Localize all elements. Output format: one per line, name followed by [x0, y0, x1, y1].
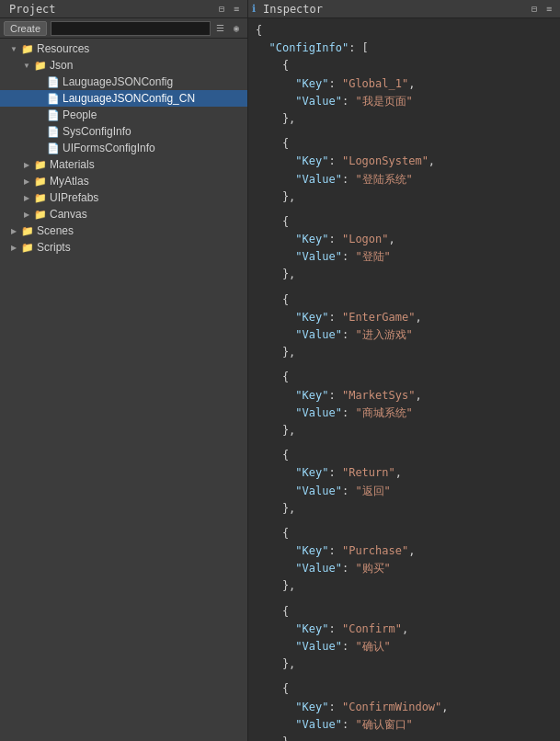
json-line — [256, 673, 553, 680]
label-scenes: Scenes — [37, 224, 74, 237]
arrow-canvas: ▶ — [20, 208, 33, 221]
json-line: }, — [256, 188, 553, 206]
tree-item-resources[interactable]: ▼ 📁 Resources — [0, 40, 247, 57]
json-line: { — [256, 22, 553, 40]
label-materials: Materials — [50, 158, 95, 171]
json-line: "Key": "ConfirmWindow", — [256, 699, 553, 716]
folder-icon-scripts: 📁 — [20, 241, 35, 254]
folder-icon-scenes: 📁 — [20, 224, 35, 237]
json-line: }, — [256, 110, 553, 128]
label-resources: Resources — [37, 42, 89, 55]
label-myatlas: MyAtlas — [50, 175, 89, 188]
json-line: "Value": "我是页面" — [256, 93, 553, 110]
info-icon: ℹ — [252, 3, 256, 15]
arrow-json: ▼ — [20, 59, 33, 72]
tree-item-uiformsconfiginfo[interactable]: 📄 UIFormsConfigInfo — [0, 140, 247, 156]
arrow-scripts: ▶ — [7, 241, 20, 254]
create-button[interactable]: Create — [4, 21, 47, 36]
json-line: }, — [256, 422, 553, 439]
tree-item-materials[interactable]: ▶ 📁 Materials — [0, 156, 247, 173]
folder-icon-canvas: 📁 — [33, 208, 48, 221]
json-line: { — [256, 525, 553, 542]
inspector-panel: { "ConfigInfo": [ { "Key": "Global_1", "… — [248, 18, 560, 741]
project-tab-bar: Project ⊟ ≡ — [0, 0, 248, 17]
json-line: }, — [256, 577, 553, 595]
json-line: "Key": "LogonSystem", — [256, 153, 553, 170]
json-line: "Value": "商城系统" — [256, 405, 553, 422]
tree-item-languagejsonconfig-cn[interactable]: 📄 LauguageJSONConfig_CN — [0, 90, 247, 107]
tree-item-people[interactable]: 📄 People — [0, 107, 247, 123]
json-line: { — [256, 369, 553, 386]
label-canvas: Canvas — [50, 208, 87, 221]
label-languagejsonconfig-cn: LauguageJSONConfig_CN — [63, 92, 195, 105]
label-people: People — [63, 108, 97, 121]
json-line: "Key": "Global_1", — [256, 75, 553, 93]
json-line: }, — [256, 266, 553, 283]
search-filter-icon[interactable]: ☰ — [212, 21, 227, 36]
tree-item-myatlas[interactable]: ▶ 📁 MyAtlas — [0, 173, 247, 189]
json-line: { — [256, 213, 553, 231]
json-line: { — [256, 57, 553, 74]
folder-icon-json: 📁 — [33, 59, 48, 72]
title-bar: Project ⊟ ≡ ℹ Inspector ⊟ ≡ — [0, 0, 560, 18]
json-line: "Value": "返回" — [256, 483, 553, 500]
inspector-minimize-btn[interactable]: ⊟ — [527, 2, 542, 17]
json-line: "Value": "确认" — [256, 638, 553, 656]
inspector-tab-bar: ℹ Inspector ⊟ ≡ — [248, 0, 560, 17]
main-content: Create ☰ ◉ ▼ 📁 Resources — [0, 18, 560, 741]
arrow-resources: ▼ — [7, 42, 20, 55]
json-line: { — [256, 291, 553, 309]
inspector-json-content[interactable]: { "ConfigInfo": [ { "Key": "Global_1", "… — [248, 18, 560, 741]
inspector-tab-label: Inspector — [257, 3, 328, 16]
label-uiprefabs: UIPrefabs — [50, 191, 98, 204]
json-line: "Key": "MarketSys", — [256, 387, 553, 405]
project-panel: Create ☰ ◉ ▼ 📁 Resources — [0, 18, 248, 741]
folder-icon-uiprefabs: 📁 — [33, 191, 48, 204]
tree-item-json[interactable]: ▼ 📁 Json — [0, 57, 247, 74]
json-line — [256, 284, 553, 291]
json-line: "ConfigInfo": [ — [256, 40, 553, 57]
file-icon-people: 📄 — [46, 108, 61, 121]
json-line: }, — [256, 344, 553, 361]
tree-item-sysconfiginfo[interactable]: 📄 SysConfigInfo — [0, 123, 247, 140]
search-icons: ☰ ◉ — [212, 21, 244, 36]
json-line — [256, 439, 553, 447]
file-tree: ▼ 📁 Resources ▼ 📁 Json 📄 LauguageJSONC — [0, 39, 247, 741]
search-input[interactable] — [51, 21, 211, 36]
json-line: { — [256, 680, 553, 698]
folder-icon-resources: 📁 — [20, 42, 35, 55]
json-line: "Value": "登陆系统" — [256, 171, 553, 188]
file-icon-uiformsconfiginfo: 📄 — [46, 142, 61, 154]
project-toolbar: Create ☰ ◉ — [0, 18, 247, 39]
arrow-uiformsconfiginfo — [33, 142, 46, 154]
project-menu-btn[interactable]: ≡ — [229, 2, 244, 17]
arrow-people — [33, 108, 46, 121]
search-toggle-icon[interactable]: ◉ — [229, 21, 244, 36]
json-line: }, — [256, 656, 553, 673]
label-languagejsonconfig: LauguageJSONConfig — [63, 75, 173, 88]
label-sysconfiginfo: SysConfigInfo — [63, 125, 131, 138]
label-json: Json — [50, 59, 73, 72]
folder-icon-myatlas: 📁 — [33, 175, 48, 188]
json-line: "Key": "Logon", — [256, 231, 553, 248]
json-line — [256, 518, 553, 525]
tree-item-scenes[interactable]: ▶ 📁 Scenes — [0, 222, 247, 239]
tree-item-languagejsonconfig[interactable]: 📄 LauguageJSONConfig — [0, 74, 247, 90]
inspector-menu-btn[interactable]: ≡ — [542, 2, 556, 17]
tree-item-scripts[interactable]: ▶ 📁 Scripts — [0, 239, 247, 256]
json-line — [256, 206, 553, 213]
json-line: { — [256, 603, 553, 621]
json-line: "Key": "Confirm", — [256, 621, 553, 638]
arrow-sysconfiginfo — [33, 125, 46, 138]
project-minimize-btn[interactable]: ⊟ — [214, 2, 229, 17]
json-line: }, — [256, 734, 553, 741]
project-tab-label: Project — [4, 3, 62, 16]
json-line: { — [256, 135, 553, 153]
tree-item-canvas[interactable]: ▶ 📁 Canvas — [0, 206, 247, 222]
tree-item-uiprefabs[interactable]: ▶ 📁 UIPrefabs — [0, 189, 247, 206]
json-line: "Value": "购买" — [256, 560, 553, 577]
arrow-myatlas: ▶ — [20, 175, 33, 188]
label-uiformsconfiginfo: UIFormsConfigInfo — [63, 142, 155, 154]
file-icon-languagejsonconfig-cn: 📄 — [46, 92, 61, 105]
arrow-languagejsonconfig — [33, 75, 46, 88]
